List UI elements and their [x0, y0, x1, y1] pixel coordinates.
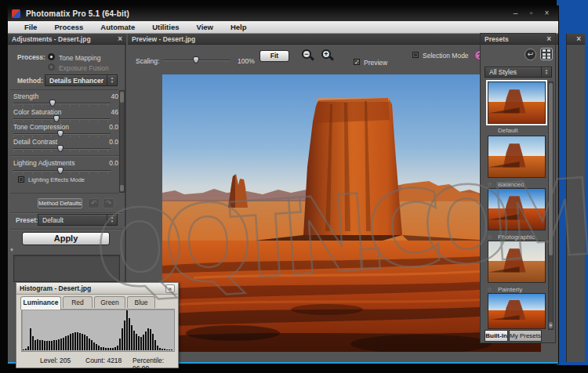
close-icon[interactable]: ×: [165, 284, 175, 293]
tone-mapping-radio[interactable]: [48, 53, 55, 60]
menu-view[interactable]: View: [187, 23, 221, 31]
grid-view-icon[interactable]: [540, 48, 553, 60]
exposure-fusion-radio[interactable]: [48, 63, 55, 71]
back-arrow-icon[interactable]: ↩: [524, 49, 536, 60]
histogram-bar: [30, 328, 31, 350]
styles-filter-value: All Styles: [489, 68, 517, 76]
menu-automate[interactable]: Automate: [92, 23, 143, 31]
histogram-bar: [105, 348, 107, 350]
apply-button[interactable]: Apply: [22, 232, 110, 245]
redo-button[interactable]: ↷: [103, 198, 114, 208]
lighting-adjustments-label: Lighting Adjustments: [13, 159, 74, 167]
star-icon[interactable]: ☆: [487, 234, 492, 241]
histogram-bar: [42, 340, 43, 350]
undo-button[interactable]: ↶: [88, 198, 100, 208]
histogram-bar: [39, 340, 41, 350]
tab-red[interactable]: Red: [63, 296, 93, 308]
adjustments-scrollbar[interactable]: [119, 90, 125, 193]
histogram-bar: [65, 336, 67, 350]
method-defaults-button[interactable]: Method Defaults: [38, 198, 82, 208]
notes-box[interactable]: [13, 255, 120, 282]
star-icon[interactable]: ☆: [487, 181, 492, 188]
menu-utilities[interactable]: Utilities: [143, 23, 187, 31]
adjustments-header: Adjustments - Desert.jpg ×: [8, 34, 126, 45]
histogram-bar: [27, 346, 29, 350]
menu-file[interactable]: File: [16, 23, 45, 31]
count-stat: Count: 4218: [85, 357, 122, 364]
spinner-icon[interactable]: ▲▼: [107, 75, 117, 85]
tab-built-in[interactable]: Built-In: [485, 330, 508, 342]
preview-checkbox-label: Preview: [364, 59, 387, 67]
slider-thumb[interactable]: [57, 130, 64, 137]
title-bar[interactable]: Photomatix Pro 5.1 (64-bit) – ▫ ×: [8, 6, 558, 21]
scroll-down-icon[interactable]: ▼: [549, 322, 553, 328]
zoom-value: 100%: [238, 57, 255, 65]
histogram-bar: [138, 336, 140, 350]
tab-green[interactable]: Green: [94, 296, 125, 308]
histogram-bar: [157, 346, 158, 350]
tab-blue[interactable]: Blue: [127, 296, 155, 308]
close-icon[interactable]: ×: [576, 35, 581, 43]
menu-help[interactable]: Help: [222, 23, 256, 31]
histogram-bar: [110, 348, 111, 350]
preview-checkbox[interactable]: ✓: [354, 59, 360, 65]
histogram-bar: [58, 339, 60, 350]
maximize-button[interactable]: ▫: [526, 8, 536, 19]
close-icon[interactable]: ×: [118, 35, 122, 43]
histogram-bar: [72, 333, 74, 350]
histogram-bar: [136, 334, 137, 350]
styles-filter-dropdown[interactable]: All Styles ▲▼: [485, 67, 552, 78]
spinner-icon[interactable]: ▲▼: [107, 215, 117, 225]
tone-compression-slider[interactable]: [13, 131, 111, 137]
close-icon[interactable]: ×: [546, 35, 551, 43]
zoom-out-button[interactable]: −: [302, 49, 315, 63]
detail-contrast-slider[interactable]: [13, 146, 111, 152]
slider-thumb[interactable]: [57, 167, 64, 174]
scaling-slider[interactable]: [163, 57, 230, 63]
menu-process[interactable]: Process: [45, 23, 92, 31]
histogram-window: Histogram - Desert.jpg × Luminance Red G…: [16, 282, 179, 368]
preset-painterly[interactable]: [488, 241, 546, 283]
preset-default[interactable]: [488, 81, 546, 124]
close-button[interactable]: ×: [542, 8, 552, 19]
preset-dropdown[interactable]: Default ▲▼: [38, 214, 118, 226]
histogram-header[interactable]: Histogram - Desert.jpg ×: [16, 283, 178, 295]
strength-slider[interactable]: [13, 100, 111, 107]
slider-thumb[interactable]: [49, 100, 56, 107]
method-dropdown[interactable]: Details Enhancer ▲▼: [45, 74, 118, 86]
presets-scrollbar[interactable]: ▼: [548, 81, 554, 330]
tab-luminance[interactable]: Luminance: [20, 296, 61, 310]
histogram-bar: [107, 348, 109, 350]
histogram-bar: [114, 347, 116, 350]
scrollbar-thumb[interactable]: [549, 83, 553, 255]
slider-thumb[interactable]: [57, 145, 64, 152]
scrollbar-thumb[interactable]: [120, 92, 124, 103]
preset-balanced[interactable]: [488, 136, 546, 178]
minimize-button[interactable]: –: [510, 8, 521, 19]
presets-header: Presets ×: [481, 34, 555, 45]
slider-thumb[interactable]: [193, 56, 199, 63]
histogram-bar: [147, 328, 149, 350]
histogram-bar: [117, 346, 118, 350]
color-saturation-slider[interactable]: [13, 116, 111, 122]
histogram-bar: [84, 335, 85, 350]
selection-mode-checkbox[interactable]: [412, 52, 419, 58]
collapse-triangle-icon[interactable]: ▼: [9, 248, 14, 252]
star-icon[interactable]: ☆: [487, 286, 492, 293]
histogram-bar: [91, 340, 93, 350]
zoom-in-button[interactable]: +: [321, 49, 335, 63]
histogram-bar: [131, 325, 132, 350]
preset-item[interactable]: [488, 293, 546, 329]
lighting-effects-checkbox[interactable]: [18, 176, 24, 183]
histogram-bar: [164, 349, 165, 350]
tab-my-presets[interactable]: My Presets: [509, 330, 542, 342]
scrollbar-thumb[interactable]: [120, 185, 124, 191]
preset-label: Preset:: [16, 216, 38, 224]
process-label: Process:: [17, 53, 45, 61]
fit-button[interactable]: Fit: [260, 50, 289, 62]
spinner-icon[interactable]: ▲▼: [541, 67, 551, 77]
preset-photographic[interactable]: [488, 188, 546, 230]
app-icon: [12, 9, 20, 18]
slider-thumb[interactable]: [53, 115, 60, 122]
lighting-adjustments-slider[interactable]: [13, 168, 111, 174]
